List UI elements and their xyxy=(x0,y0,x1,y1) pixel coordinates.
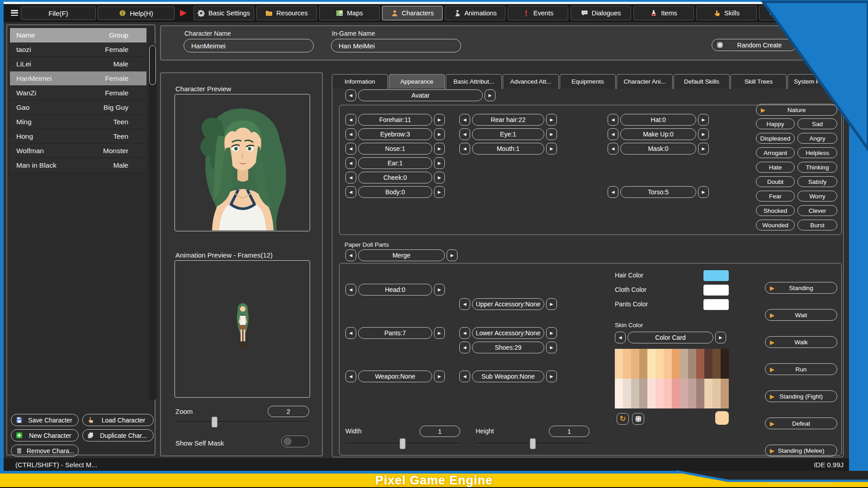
spinner-weapon-value[interactable]: Weapon:None xyxy=(358,371,432,382)
main-tab-skill-trees[interactable]: Skill Trees xyxy=(759,6,820,20)
spinner-body-value[interactable]: Body:0 xyxy=(358,186,432,198)
spinner-eye-value[interactable]: Eye:1 xyxy=(472,128,544,140)
pants-color-swatch[interactable] xyxy=(703,299,729,310)
spinner-hat-prev[interactable]: ◀ xyxy=(608,114,618,126)
spinner-avatar-next[interactable]: ▶ xyxy=(485,89,495,101)
spinner-forehair-value[interactable]: Forehair:11 xyxy=(358,114,432,126)
emotion-sad-button[interactable]: Sad xyxy=(797,118,837,129)
animation-defeat-button[interactable]: ▶Defeat xyxy=(765,418,837,429)
height-slider-handle[interactable] xyxy=(530,438,536,449)
spinner-body-next[interactable]: ▶ xyxy=(434,186,445,198)
file-menu-button[interactable]: File(F) xyxy=(21,6,96,20)
tab-default-skills[interactable]: Default Skills xyxy=(674,74,730,89)
spinner-nose-prev[interactable]: ◀ xyxy=(345,143,356,155)
spinner-sub-weapon-value[interactable]: Sub Weapon:None xyxy=(472,371,544,382)
main-tab-characters[interactable]: Characters xyxy=(382,6,443,20)
spinner-lower-accessory-value[interactable]: Lower Accessory:None xyxy=(472,327,544,339)
load-character-button[interactable]: Load Character xyxy=(82,414,154,426)
spinner-pants-next[interactable]: ▶ xyxy=(434,327,445,339)
emotion-burst-button[interactable]: Burst xyxy=(797,220,837,230)
run-play-icon[interactable]: ▶ xyxy=(180,8,187,17)
remove-chara-button[interactable]: Remove Chara... xyxy=(11,445,79,457)
show-self-mask-toggle[interactable] xyxy=(281,436,309,447)
character-row-wanzi[interactable]: WanZiFemale xyxy=(10,86,146,100)
spinner-make-up-next[interactable]: ▶ xyxy=(698,128,709,140)
emotion-arrogant-button[interactable]: Arrogant xyxy=(756,147,795,158)
spinner-shoes-prev[interactable]: ◀ xyxy=(459,342,470,353)
character-row-man-in-black[interactable]: Man in BlackMale xyxy=(10,158,146,173)
spinner-rear-hair-next[interactable]: ▶ xyxy=(546,114,557,126)
character-row-lilei[interactable]: LiLeiMale xyxy=(10,57,146,71)
spinner-sub-weapon-prev[interactable]: ◀ xyxy=(459,371,470,382)
spinner-mask-prev[interactable]: ◀ xyxy=(608,143,618,155)
emotion-angry-button[interactable]: Angry xyxy=(797,133,837,144)
animation-walk-button[interactable]: ▶Walk xyxy=(765,336,837,348)
spinner-mouth-prev[interactable]: ◀ xyxy=(459,143,470,155)
ingame-name-input[interactable]: Han MeiMei xyxy=(331,39,461,52)
spinner-rear-hair-prev[interactable]: ◀ xyxy=(459,114,470,126)
spinner-mouth-next[interactable]: ▶ xyxy=(546,143,557,155)
spinner-lower-accessory-next[interactable]: ▶ xyxy=(546,327,557,339)
tab-advanced-att[interactable]: Advanced Att... xyxy=(503,74,559,89)
animation-standing-button[interactable]: ▶Standing xyxy=(765,282,837,294)
tab-information[interactable]: Information xyxy=(332,74,388,89)
spinner-eye-prev[interactable]: ◀ xyxy=(459,128,470,140)
spinner-forehair-prev[interactable]: ◀ xyxy=(345,114,356,126)
scrollbar-thumb[interactable] xyxy=(149,45,156,85)
spinner-avatar-prev[interactable]: ◀ xyxy=(345,89,356,101)
main-tab-resources[interactable]: Resources xyxy=(256,6,317,20)
spinner-eyebrow-prev[interactable]: ◀ xyxy=(345,128,356,140)
spinner-upper-accessory-prev[interactable]: ◀ xyxy=(459,298,470,310)
character-name-input[interactable]: HanMeimei xyxy=(184,39,314,52)
spinner-nose-next[interactable]: ▶ xyxy=(434,143,445,155)
emotion-hate-button[interactable]: Hate xyxy=(756,162,795,173)
menu-hamburger-icon[interactable] xyxy=(11,10,18,16)
emotion-helpless-button[interactable]: Helpless xyxy=(797,147,837,158)
animation-standing-ranged-button[interactable]: ▶Standing (Ranged) xyxy=(765,472,837,483)
character-row-wolfman[interactable]: WolfmanMonster xyxy=(10,144,146,158)
spinner-mouth-value[interactable]: Mouth:1 xyxy=(472,143,544,155)
character-row-hanmeimei[interactable]: HanMeimeiFemale xyxy=(10,71,146,86)
spinner-cheek-value[interactable]: Cheek:0 xyxy=(358,172,432,183)
spinner-eyebrow-value[interactable]: Eyebrow:3 xyxy=(358,128,432,140)
spinner-cheek-prev[interactable]: ◀ xyxy=(345,172,356,183)
animation-run-button[interactable]: ▶Run xyxy=(765,363,837,375)
emotion-shocked-button[interactable]: Shocked xyxy=(756,205,795,216)
spinner-pants-value[interactable]: Pants:7 xyxy=(358,327,432,339)
main-tab-maps[interactable]: Maps xyxy=(319,6,380,20)
spinner-torso-value[interactable]: Torso:5 xyxy=(620,186,696,198)
tab-equipments[interactable]: Equipments xyxy=(560,74,616,89)
new-character-button[interactable]: New Character xyxy=(11,429,79,441)
emotion-satisfy-button[interactable]: Satisfy xyxy=(797,176,837,187)
spinner-ear-next[interactable]: ▶ xyxy=(434,157,445,169)
zoom-slider-handle[interactable] xyxy=(212,417,217,427)
emotion-worry-button[interactable]: Worry xyxy=(797,191,837,202)
save-character-button[interactable]: Save Character xyxy=(11,414,79,426)
spinner-upper-accessory-next[interactable]: ▶ xyxy=(546,298,557,310)
animation-standing-fight-button[interactable]: ▶Standing (Fight) xyxy=(765,390,837,402)
emotion-thinking-button[interactable]: Thinking xyxy=(797,162,837,173)
emotion-doubt-button[interactable]: Doubt xyxy=(756,176,795,187)
spinner-weapon-next[interactable]: ▶ xyxy=(434,371,445,382)
spinner-forehair-next[interactable]: ▶ xyxy=(434,114,445,126)
character-row-hong[interactable]: HongTeen xyxy=(10,129,146,144)
spinner-merge-value[interactable]: Merge xyxy=(358,249,445,261)
spinner-upper-accessory-value[interactable]: Upper Accessory:None xyxy=(472,298,544,310)
character-row-ming[interactable]: MingTeen xyxy=(10,115,146,129)
spinner-color-card-next[interactable]: ▶ xyxy=(715,332,726,343)
spinner-shoes-value[interactable]: Shoes:29 xyxy=(472,342,544,353)
spinner-rear-hair-value[interactable]: Rear hair:22 xyxy=(472,114,544,126)
spinner-head-value[interactable]: Head:0 xyxy=(358,284,432,296)
main-tab-animations[interactable]: Animations xyxy=(445,6,505,20)
spinner-ear-value[interactable]: Ear:1 xyxy=(358,157,432,169)
spinner-body-prev[interactable]: ◀ xyxy=(345,186,356,198)
emotion-fear-button[interactable]: Fear xyxy=(756,191,795,202)
palette-refresh-button[interactable]: ↻ xyxy=(617,413,629,425)
spinner-merge-next[interactable]: ▶ xyxy=(447,249,458,261)
character-list-scrollbar[interactable] xyxy=(149,43,157,400)
tab-character-ani[interactable]: Character Ani... xyxy=(617,74,673,89)
spinner-eyebrow-next[interactable]: ▶ xyxy=(434,128,445,140)
emotion-displeased-button[interactable]: Displeased xyxy=(756,133,795,144)
emotion-wounded-button[interactable]: Wounded xyxy=(756,220,795,230)
spinner-merge-prev[interactable]: ◀ xyxy=(345,249,356,261)
